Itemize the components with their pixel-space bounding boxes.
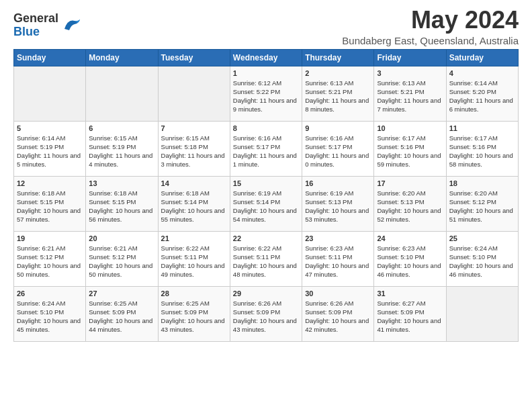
- day-number: 23: [305, 234, 371, 242]
- table-row: 29 Sunrise: 6:26 AMSunset: 5:09 PMDaylig…: [230, 286, 302, 341]
- col-monday: Monday: [86, 49, 158, 66]
- table-row: 17 Sunrise: 6:20 AMSunset: 5:13 PMDaylig…: [374, 176, 446, 231]
- day-number: 29: [233, 289, 299, 298]
- table-row: 1 Sunrise: 6:12 AMSunset: 5:22 PMDayligh…: [230, 66, 302, 121]
- table-row: [446, 286, 518, 341]
- month-title: May 2024: [342, 7, 519, 34]
- col-tuesday: Tuesday: [158, 49, 230, 66]
- table-row: 11 Sunrise: 6:17 AMSunset: 5:16 PMDaylig…: [446, 121, 518, 176]
- page-header: General Blue May 2024 Bundaberg East, Qu…: [13, 7, 519, 46]
- day-number: 15: [233, 179, 299, 187]
- table-row: 24 Sunrise: 6:23 AMSunset: 5:10 PMDaylig…: [374, 231, 446, 286]
- day-detail: Sunrise: 6:18 AMSunset: 5:15 PMDaylight:…: [17, 189, 83, 224]
- table-row: 19 Sunrise: 6:21 AMSunset: 5:12 PMDaylig…: [14, 231, 86, 286]
- calendar-week-row: 12 Sunrise: 6:18 AMSunset: 5:15 PMDaylig…: [14, 176, 519, 231]
- day-number: 22: [233, 234, 299, 242]
- logo-blue: Blue: [13, 25, 40, 38]
- table-row: 18 Sunrise: 6:20 AMSunset: 5:12 PMDaylig…: [446, 176, 518, 231]
- table-row: 25 Sunrise: 6:24 AMSunset: 5:10 PMDaylig…: [446, 231, 518, 286]
- day-number: 3: [377, 69, 443, 77]
- table-row: 27 Sunrise: 6:25 AMSunset: 5:09 PMDaylig…: [86, 286, 158, 341]
- day-number: 10: [377, 124, 443, 132]
- day-number: 21: [161, 234, 227, 242]
- calendar-week-row: 26 Sunrise: 6:24 AMSunset: 5:10 PMDaylig…: [14, 286, 519, 341]
- logo-bird-icon: [61, 15, 81, 36]
- day-detail: Sunrise: 6:21 AMSunset: 5:12 PMDaylight:…: [89, 244, 154, 279]
- col-sunday: Sunday: [14, 49, 86, 66]
- day-number: 26: [17, 289, 83, 298]
- day-detail: Sunrise: 6:16 AMSunset: 5:17 PMDaylight:…: [233, 134, 299, 169]
- day-number: 6: [89, 124, 154, 132]
- table-row: 30 Sunrise: 6:26 AMSunset: 5:09 PMDaylig…: [302, 286, 374, 341]
- day-number: 31: [377, 289, 443, 298]
- calendar-week-row: 19 Sunrise: 6:21 AMSunset: 5:12 PMDaylig…: [14, 231, 519, 286]
- day-detail: Sunrise: 6:20 AMSunset: 5:12 PMDaylight:…: [449, 189, 515, 224]
- day-number: 24: [377, 234, 443, 242]
- day-number: 19: [17, 234, 83, 242]
- day-number: 16: [305, 179, 371, 187]
- day-detail: Sunrise: 6:15 AMSunset: 5:19 PMDaylight:…: [89, 134, 154, 169]
- logo-general: General: [13, 11, 58, 25]
- day-number: 12: [17, 179, 83, 187]
- day-detail: Sunrise: 6:18 AMSunset: 5:15 PMDaylight:…: [89, 189, 154, 224]
- day-detail: Sunrise: 6:17 AMSunset: 5:16 PMDaylight:…: [449, 134, 515, 169]
- day-detail: Sunrise: 6:15 AMSunset: 5:18 PMDaylight:…: [161, 134, 227, 169]
- table-row: [158, 66, 230, 121]
- table-row: 14 Sunrise: 6:18 AMSunset: 5:14 PMDaylig…: [158, 176, 230, 231]
- day-detail: Sunrise: 6:23 AMSunset: 5:10 PMDaylight:…: [377, 244, 443, 279]
- logo-text: General Blue: [13, 12, 58, 39]
- table-row: 15 Sunrise: 6:19 AMSunset: 5:14 PMDaylig…: [230, 176, 302, 231]
- table-row: 26 Sunrise: 6:24 AMSunset: 5:10 PMDaylig…: [14, 286, 86, 341]
- calendar-table: Sunday Monday Tuesday Wednesday Thursday…: [13, 49, 519, 342]
- col-wednesday: Wednesday: [230, 49, 302, 66]
- table-row: 21 Sunrise: 6:22 AMSunset: 5:11 PMDaylig…: [158, 231, 230, 286]
- table-row: 10 Sunrise: 6:17 AMSunset: 5:16 PMDaylig…: [374, 121, 446, 176]
- day-detail: Sunrise: 6:24 AMSunset: 5:10 PMDaylight:…: [449, 244, 515, 279]
- table-row: 31 Sunrise: 6:27 AMSunset: 5:09 PMDaylig…: [374, 286, 446, 341]
- day-number: 30: [305, 289, 371, 298]
- day-number: 5: [17, 124, 83, 132]
- day-detail: Sunrise: 6:25 AMSunset: 5:09 PMDaylight:…: [161, 299, 227, 334]
- table-row: 3 Sunrise: 6:13 AMSunset: 5:21 PMDayligh…: [374, 66, 446, 121]
- day-detail: Sunrise: 6:12 AMSunset: 5:22 PMDaylight:…: [233, 79, 299, 114]
- day-number: 27: [89, 289, 154, 298]
- calendar-week-row: 1 Sunrise: 6:12 AMSunset: 5:22 PMDayligh…: [14, 66, 519, 121]
- day-detail: Sunrise: 6:13 AMSunset: 5:21 PMDaylight:…: [305, 79, 371, 114]
- table-row: 5 Sunrise: 6:14 AMSunset: 5:19 PMDayligh…: [14, 121, 86, 176]
- table-row: 4 Sunrise: 6:14 AMSunset: 5:20 PMDayligh…: [446, 66, 518, 121]
- table-row: [14, 66, 86, 121]
- table-row: 23 Sunrise: 6:23 AMSunset: 5:11 PMDaylig…: [302, 231, 374, 286]
- day-detail: Sunrise: 6:27 AMSunset: 5:09 PMDaylight:…: [377, 299, 443, 334]
- day-detail: Sunrise: 6:20 AMSunset: 5:13 PMDaylight:…: [377, 189, 443, 224]
- day-detail: Sunrise: 6:24 AMSunset: 5:10 PMDaylight:…: [17, 299, 83, 334]
- day-number: 7: [161, 124, 227, 132]
- day-number: 11: [449, 124, 515, 132]
- day-number: 1: [233, 69, 299, 77]
- day-number: 28: [161, 289, 227, 298]
- table-row: 28 Sunrise: 6:25 AMSunset: 5:09 PMDaylig…: [158, 286, 230, 341]
- logo: General Blue: [13, 12, 81, 39]
- calendar-header-row: Sunday Monday Tuesday Wednesday Thursday…: [14, 49, 519, 66]
- table-row: 8 Sunrise: 6:16 AMSunset: 5:17 PMDayligh…: [230, 121, 302, 176]
- day-detail: Sunrise: 6:16 AMSunset: 5:17 PMDaylight:…: [305, 134, 371, 169]
- table-row: [86, 66, 158, 121]
- day-number: 4: [449, 69, 515, 77]
- day-detail: Sunrise: 6:13 AMSunset: 5:21 PMDaylight:…: [377, 79, 443, 114]
- day-number: 18: [449, 179, 515, 187]
- calendar-week-row: 5 Sunrise: 6:14 AMSunset: 5:19 PMDayligh…: [14, 121, 519, 176]
- table-row: 20 Sunrise: 6:21 AMSunset: 5:12 PMDaylig…: [86, 231, 158, 286]
- table-row: 2 Sunrise: 6:13 AMSunset: 5:21 PMDayligh…: [302, 66, 374, 121]
- title-area: May 2024 Bundaberg East, Queensland, Aus…: [342, 7, 519, 46]
- day-detail: Sunrise: 6:14 AMSunset: 5:19 PMDaylight:…: [17, 134, 83, 169]
- day-detail: Sunrise: 6:19 AMSunset: 5:14 PMDaylight:…: [233, 189, 299, 224]
- table-row: 7 Sunrise: 6:15 AMSunset: 5:18 PMDayligh…: [158, 121, 230, 176]
- table-row: 12 Sunrise: 6:18 AMSunset: 5:15 PMDaylig…: [14, 176, 86, 231]
- day-detail: Sunrise: 6:22 AMSunset: 5:11 PMDaylight:…: [233, 244, 299, 279]
- day-detail: Sunrise: 6:25 AMSunset: 5:09 PMDaylight:…: [89, 299, 154, 334]
- day-detail: Sunrise: 6:21 AMSunset: 5:12 PMDaylight:…: [17, 244, 83, 279]
- day-detail: Sunrise: 6:23 AMSunset: 5:11 PMDaylight:…: [305, 244, 371, 279]
- day-detail: Sunrise: 6:26 AMSunset: 5:09 PMDaylight:…: [305, 299, 371, 334]
- day-number: 13: [89, 179, 154, 187]
- day-number: 14: [161, 179, 227, 187]
- day-detail: Sunrise: 6:26 AMSunset: 5:09 PMDaylight:…: [233, 299, 299, 334]
